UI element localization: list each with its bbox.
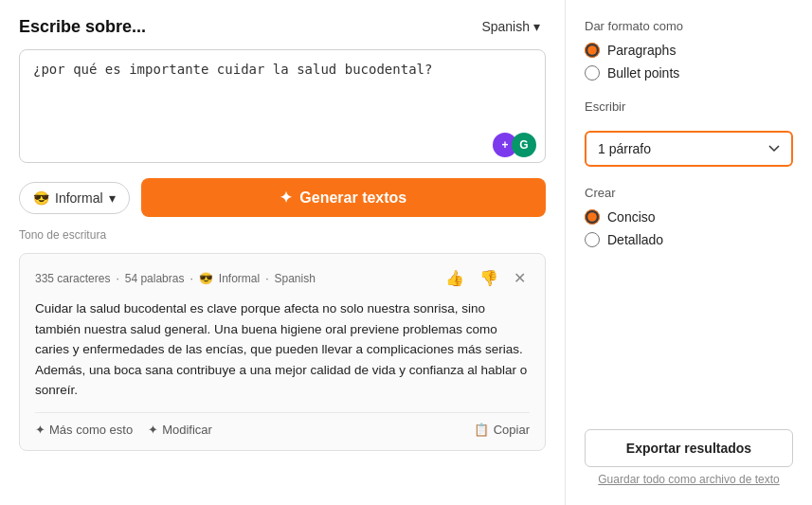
escribir-label: Escribir [585,99,793,114]
crear-conciso-option[interactable]: Conciso [585,209,793,225]
result-card: 335 caracteres · 54 palabras · 😎 Informa… [19,253,546,451]
left-panel: Escribe sobre... Spanish ▾ + G 😎 Informa… [0,0,566,505]
tone-button[interactable]: 😎 Informal ▾ [19,182,130,214]
g-icon: G [512,133,536,157]
more-icon: ✦ [35,423,45,437]
crear-label: Crear [585,186,793,200]
escribir-dropdown[interactable]: 1 párrafo 2 párrafos 3 párrafos [585,131,793,167]
thumbs-down-button[interactable]: 👎 [476,267,502,289]
result-meta-left: 335 caracteres · 54 palabras · 😎 Informa… [35,272,316,285]
language-label: Spanish [481,19,530,34]
crear-detallado-option[interactable]: Detallado [585,232,793,247]
sparkle-icon: ✦ [280,189,292,207]
crear-detallado-radio[interactable] [585,232,600,247]
modify-button[interactable]: ✦ Modificar [148,423,212,437]
format-radio-group: Paragraphs Bullet points [585,43,793,81]
copy-label: Copiar [494,423,530,437]
format-section: Dar formato como Paragraphs Bullet point… [585,19,793,81]
escribir-section: Escribir 1 párrafo 2 párrafos 3 párrafos [585,99,793,167]
language-selector[interactable]: Spanish ▾ [476,15,546,38]
save-link[interactable]: Guardar todo como archivo de texto [585,473,793,486]
crear-conciso-label: Conciso [607,209,656,225]
format-bullets-option[interactable]: Bullet points [585,65,793,81]
format-paragraphs-label: Paragraphs [607,43,676,58]
tone-chevron-icon: ▾ [109,190,116,206]
thumbs-up-button[interactable]: 👍 [442,267,468,289]
result-lang: Spanish [275,272,316,285]
topic-textarea[interactable] [19,49,546,163]
tone-label: Informal [55,190,103,206]
format-bullets-radio[interactable] [585,65,600,81]
result-text: Cuidar la salud bucodental es clave porq… [35,298,530,401]
more-like-this-label: Más como esto [49,423,133,437]
format-paragraphs-option[interactable]: Paragraphs [585,43,793,58]
copy-button[interactable]: 📋 Copiar [474,423,530,437]
format-paragraphs-radio[interactable] [585,43,600,58]
export-section: Exportar resultados Guardar todo como ar… [585,429,793,486]
result-meta: 335 caracteres · 54 palabras · 😎 Informa… [35,267,530,289]
controls-row: 😎 Informal ▾ ✦ Generar textos [19,178,546,217]
textarea-container: + G [19,49,546,167]
tone-emoji: 😎 [33,190,49,206]
format-bullets-label: Bullet points [607,65,679,81]
result-meta-actions: 👍 👎 ✕ [442,267,530,289]
export-button[interactable]: Exportar resultados [585,429,793,467]
result-words: 54 palabras [125,272,185,285]
generate-label: Generar textos [299,189,406,207]
result-actions: ✦ Más como esto ✦ Modificar 📋 Copiar [35,412,530,437]
header-row: Escribe sobre... Spanish ▾ [19,15,546,38]
crear-detallado-label: Detallado [607,232,663,247]
close-result-button[interactable]: ✕ [510,267,530,289]
generate-button[interactable]: ✦ Generar textos [141,178,546,217]
tone-sublabel: Tono de escritura [19,228,546,242]
crear-conciso-radio[interactable] [585,209,600,225]
format-label: Dar formato como [585,19,793,33]
result-chars: 335 caracteres [35,272,110,285]
modify-label: Modificar [162,423,212,437]
right-panel: Dar formato como Paragraphs Bullet point… [566,0,812,505]
language-chevron-icon: ▾ [533,19,540,34]
crear-radio-group: Conciso Detallado [585,209,793,247]
crear-section: Crear Conciso Detallado [585,186,793,247]
export-label: Exportar resultados [626,441,751,456]
page-title: Escribe sobre... [19,17,146,37]
result-tone-label: Informal [219,272,260,285]
more-like-this-button[interactable]: ✦ Más como esto [35,423,133,437]
copy-icon: 📋 [474,423,489,437]
result-tone-emoji: 😎 [199,272,213,285]
modify-icon: ✦ [148,423,158,437]
textarea-icons: + G [493,133,536,157]
result-action-left: ✦ Más como esto ✦ Modificar [35,423,212,437]
